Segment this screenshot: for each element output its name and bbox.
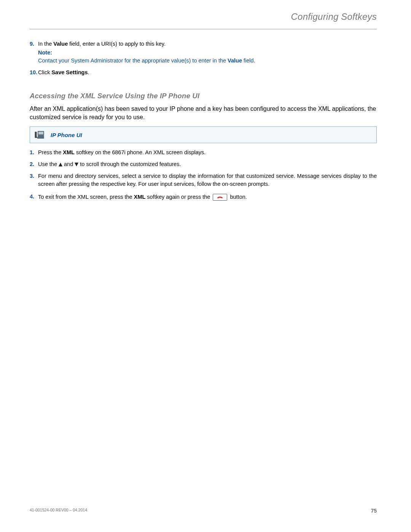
step-2: 2. Use the and to scroll through the cus… <box>38 160 377 168</box>
down-arrow-icon <box>75 163 78 166</box>
footer-docid: 41-001524-00 REV00 – 04.2014 <box>30 508 87 514</box>
step-9: 9. In the Value field, enter a URI(s) to… <box>38 40 377 65</box>
step-number: 10. <box>30 69 37 77</box>
step-text: For menu and directory services, select … <box>38 172 377 188</box>
svg-rect-2 <box>38 136 44 139</box>
phone-icon <box>34 129 45 141</box>
step-text: Click Save Settings. <box>38 69 89 75</box>
step-number: 1. <box>30 149 34 157</box>
step-number: 3. <box>30 172 34 180</box>
top-steps-list: 9. In the Value field, enter a URI(s) to… <box>30 40 377 77</box>
section-subheading: Accessing the XML Service Using the IP P… <box>30 92 377 100</box>
step-number: 4. <box>30 193 34 201</box>
ip-phone-ui-label: IP Phone UI <box>51 132 82 138</box>
step-1: 1. Press the XML softkey on the 6867i ph… <box>38 149 377 157</box>
intro-paragraph: After an XML application(s) has been sav… <box>30 105 377 121</box>
svg-rect-3 <box>35 132 37 138</box>
step-10: 10. Click Save Settings. <box>38 69 377 77</box>
page-header: Configuring Softkeys <box>30 11 377 29</box>
step-number: 9. <box>30 40 34 48</box>
step-text: Use the and to scroll through the custom… <box>38 161 181 167</box>
step-text: In the Value field, enter a URI(s) to ap… <box>38 41 166 47</box>
note-label: Note: <box>38 49 377 57</box>
up-arrow-icon <box>59 163 62 166</box>
note-block: Note: Contact your System Administrator … <box>38 49 377 65</box>
svg-rect-1 <box>38 132 43 135</box>
step-number: 2. <box>30 160 34 168</box>
note-body: Contact your System Administrator for th… <box>38 57 377 65</box>
step-text: To exit from the XML screen, press the X… <box>38 194 247 200</box>
bottom-steps-list: 1. Press the XML softkey on the 6867i ph… <box>30 149 377 201</box>
page-number: 75 <box>371 508 377 514</box>
step-3: 3. For menu and directory services, sele… <box>38 172 377 188</box>
page-footer: 41-001524-00 REV00 – 04.2014 75 <box>30 508 377 514</box>
ip-phone-ui-box: IP Phone UI <box>30 126 377 143</box>
step-4: 4. To exit from the XML screen, press th… <box>38 193 377 201</box>
step-text: Press the XML softkey on the 6867i phone… <box>38 149 206 155</box>
hangup-button-icon <box>213 194 227 201</box>
